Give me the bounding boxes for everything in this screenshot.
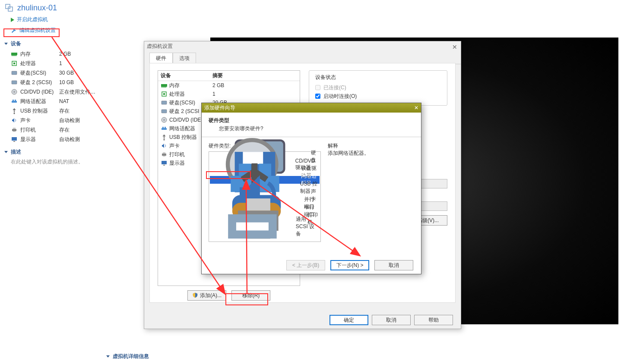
printer-icon (11, 126, 18, 133)
display-icon (11, 136, 18, 143)
device-status-group: 设备状态 已连接(C) 启动时连接(O) (309, 70, 447, 106)
device-row[interactable]: 硬盘(SCSI)30 GB (11, 68, 96, 78)
connected-check (315, 85, 320, 90)
display-icon (161, 160, 168, 166)
tab-hardware[interactable]: 硬件 (149, 53, 173, 64)
device-row[interactable]: 声卡自动检测 (11, 116, 96, 125)
hardware-type-label: 通用 SCSI 设备 (296, 216, 319, 238)
remove-hardware-button[interactable]: 移除(R) (231, 290, 270, 301)
disk-icon (11, 79, 18, 86)
wrench-icon (11, 28, 17, 34)
col-device: 设备 (161, 72, 212, 79)
device-row[interactable]: 内存2 GB (11, 49, 96, 59)
device-value: NAT (59, 98, 69, 104)
device-name: CD/DVD (IDE) (20, 89, 59, 95)
edit-settings-label: 编辑虚拟机设置 (19, 27, 56, 34)
vm-icon (5, 4, 14, 13)
scsi-icon (211, 194, 294, 259)
tab-options[interactable]: 选项 (173, 53, 196, 64)
edit-settings-link[interactable]: 编辑虚拟机设置 (0, 25, 99, 36)
vm-details-label: 虚拟机详细信息 (113, 353, 149, 360)
connect-at-power-checkbox[interactable]: 启动时连接(O) (314, 92, 443, 100)
add-hardware-wizard-dialog: 添加硬件向导 ✕ 硬件类型 您要安装哪类硬件? 硬件类型: 硬盘CD/DVD 驱… (201, 103, 421, 274)
device-value: 2 GB (59, 51, 71, 57)
cpu-icon (161, 91, 168, 97)
description-section-header[interactable]: 描述 (0, 144, 99, 157)
cpu-icon (11, 60, 18, 67)
device-row[interactable]: 显示器自动检测 (11, 135, 96, 144)
chevron-down-icon (4, 151, 8, 153)
device-name: 处理器 (169, 91, 212, 98)
connect-at-power-check[interactable] (315, 94, 320, 99)
help-button[interactable]: 帮助 (414, 315, 453, 325)
device-value: 自动检测 (59, 117, 80, 124)
printer-icon (161, 151, 168, 158)
device-name: 打印机 (20, 126, 59, 134)
hardware-type-item[interactable]: 通用 SCSI 设备 (210, 223, 320, 230)
cd-icon (11, 88, 18, 95)
connect-at-power-label: 启动时连接(O) (323, 93, 357, 100)
desc-header-label: 描述 (11, 148, 21, 156)
device-value: 存在 (59, 126, 70, 134)
add-label: 添加(A)... (200, 292, 222, 299)
next-button[interactable]: 下一步(N) > (330, 260, 369, 270)
chevron-down-icon (106, 355, 110, 358)
close-icon[interactable]: ✕ (414, 105, 418, 111)
network-icon (11, 98, 18, 105)
device-name: 硬盘(SCSI) (20, 69, 59, 77)
usb-icon (11, 107, 18, 114)
explanation-text: 添加网络适配器。 (328, 150, 414, 157)
power-on-link[interactable]: 开启此虚拟机 (0, 14, 99, 25)
description-placeholder[interactable]: 在此处键入对该虚拟机的描述。 (0, 157, 99, 166)
devices-header-label: 设备 (11, 40, 21, 47)
device-name: 网络适配器 (20, 98, 59, 105)
device-name: 内存 (20, 50, 59, 58)
device-row[interactable]: 内存2 GB (158, 81, 300, 90)
play-icon (11, 18, 14, 22)
sound-icon (161, 142, 168, 149)
device-row[interactable]: 处理器1 (158, 90, 300, 98)
device-value: 30 GB (59, 70, 74, 76)
close-icon[interactable]: ✕ (452, 42, 457, 52)
memory-icon (161, 82, 168, 89)
back-button: < 上一步(B) (286, 260, 325, 270)
add-hardware-button[interactable]: 添加(A)... (187, 290, 226, 301)
device-summary: 1 (212, 91, 215, 97)
connected-checkbox: 已连接(C) (314, 84, 443, 91)
disk-icon (161, 108, 168, 115)
cd-icon (161, 116, 168, 123)
device-value: 1 (59, 60, 62, 66)
col-summary: 摘要 (212, 72, 223, 79)
power-on-label: 开启此虚拟机 (17, 16, 48, 23)
usb-icon (161, 134, 168, 141)
ok-button[interactable]: 确定 (329, 315, 368, 325)
device-row[interactable]: 处理器1 (11, 59, 96, 68)
dialog-title: 虚拟机设置 (147, 43, 173, 49)
device-row[interactable]: 打印机存在 (11, 125, 96, 135)
vm-details-section-header[interactable]: 虚拟机详细信息 (106, 353, 149, 360)
device-row[interactable]: 网络适配器NAT (11, 97, 96, 106)
device-name: 声卡 (20, 117, 59, 124)
device-name: 硬盘 2 (SCSI) (20, 79, 59, 86)
device-value: 存在 (59, 107, 70, 115)
device-row[interactable]: CD/DVD (IDE)正在使用文件 E:... (11, 87, 96, 97)
cancel-button[interactable]: 取消 (372, 315, 411, 325)
wizard-titlebar[interactable]: 添加硬件向导 ✕ (202, 103, 421, 113)
vm-name: zhulinux-01 (17, 3, 57, 13)
device-row[interactable]: USB 控制器存在 (11, 106, 96, 116)
device-row[interactable]: 硬盘 2 (SCSI)10 GB (11, 78, 96, 87)
wizard-cancel-button[interactable]: 取消 (374, 260, 413, 270)
sound-icon (11, 117, 18, 124)
device-name: 处理器 (20, 60, 59, 67)
device-name: 内存 (169, 82, 212, 89)
device-value: 10 GB (59, 79, 74, 85)
explanation-label: 解释 (328, 142, 414, 150)
dialog-titlebar[interactable]: 虚拟机设置 ✕ (144, 41, 461, 51)
connected-label: 已连接(C) (323, 84, 346, 91)
wizard-title: 添加硬件向导 (204, 104, 235, 112)
disk-icon (11, 69, 18, 76)
shield-icon (192, 292, 198, 298)
devices-section-header[interactable]: 设备 (0, 36, 99, 49)
hardware-types-listbox[interactable]: 硬盘CD/DVD 驱动器软盘驱动器网络适配器USB 控制器声卡并行端口串行端口打… (209, 151, 321, 242)
device-value: 自动检测 (59, 136, 80, 143)
